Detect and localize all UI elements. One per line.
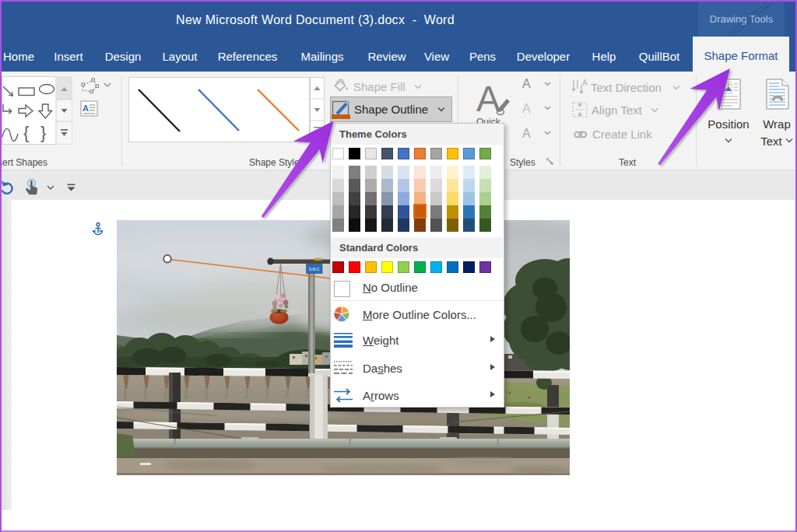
svg-text:{: {: [23, 123, 29, 142]
svg-text:A: A: [582, 79, 588, 87]
svg-text:}: }: [40, 123, 46, 142]
svg-text:S.M.C: S.M.C: [309, 267, 320, 271]
svg-text:A: A: [83, 103, 89, 113]
